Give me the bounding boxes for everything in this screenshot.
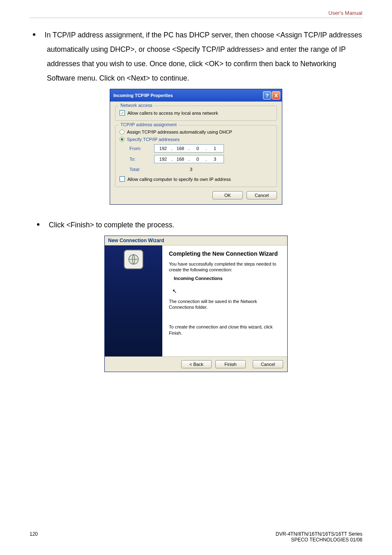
- ip-dot: .: [170, 146, 173, 151]
- back-button[interactable]: < Back: [181, 360, 212, 368]
- new-connection-wizard-dialog: New Connection Wizard Completing the New…: [104, 236, 288, 372]
- network-access-legend: Network access: [119, 103, 154, 108]
- assign-auto-label: Assign TCP/IP addresses automatically us…: [127, 130, 232, 134]
- total-value: 3: [189, 166, 258, 173]
- wizard-heading: Completing the New Connection Wizard: [169, 250, 281, 257]
- paragraph-2: Click <Finish> to complete the process.: [47, 218, 362, 232]
- finish-button[interactable]: Finish: [215, 360, 246, 368]
- wizard-cancel-button[interactable]: Cancel: [253, 360, 283, 368]
- allow-calling-label: Allow calling computer to specify its ow…: [127, 177, 231, 182]
- wizard-line2: The connection will be saved in the Netw…: [169, 298, 281, 310]
- tcpip-assignment-group: TCP/IP address assignment Assign TCP/IP …: [115, 125, 277, 187]
- tcpip-properties-dialog: Incoming TCP/IP Properties ? X Network a…: [110, 89, 282, 205]
- dialog-title: Incoming TCP/IP Properties: [113, 93, 173, 98]
- dialog-titlebar: Incoming TCP/IP Properties ? X: [110, 89, 282, 102]
- to-label: To:: [129, 157, 154, 162]
- ip-dot: .: [205, 157, 208, 162]
- from-oct2[interactable]: 168: [174, 146, 187, 151]
- help-button[interactable]: ?: [263, 91, 271, 99]
- footer-line1: DVR-4TN/8TN/16TN/16TS/16TT Series: [276, 531, 362, 537]
- to-ip-input[interactable]: 192 . 168 . 0 . 3: [154, 155, 224, 163]
- to-oct4[interactable]: 3: [209, 157, 221, 162]
- to-oct1[interactable]: 192: [157, 157, 169, 162]
- from-label: From:: [129, 146, 154, 151]
- cancel-button[interactable]: Cancel: [247, 191, 277, 199]
- globe-handshake-icon: [128, 254, 139, 265]
- from-oct4[interactable]: 1: [209, 146, 221, 151]
- wizard-icon: [124, 250, 143, 269]
- paragraph-1-text: In TCP/IP address assignment, if the PC …: [43, 31, 362, 82]
- ip-dot: .: [170, 157, 173, 162]
- bullet-icon: [37, 223, 39, 226]
- page-number: 120: [30, 531, 38, 543]
- ip-dot: .: [205, 146, 208, 151]
- wizard-titlebar: New Connection Wizard: [105, 236, 287, 245]
- checkbox-unchecked-icon: ✓: [120, 176, 125, 182]
- from-ip-input[interactable]: 192 . 168 . 0 . 1: [154, 144, 224, 153]
- from-oct3[interactable]: 0: [191, 146, 204, 151]
- allow-callers-checkbox[interactable]: ✓ Allow callers to access my local area …: [120, 110, 272, 116]
- to-oct2[interactable]: 168: [174, 157, 187, 162]
- network-access-group: Network access ✓ Allow callers to access…: [115, 106, 277, 121]
- ok-button[interactable]: OK: [212, 191, 243, 199]
- specify-radio[interactable]: Specify TCP/IP addresses: [120, 137, 272, 142]
- total-label: Total:: [129, 167, 154, 172]
- tcpip-assignment-legend: TCP/IP address assignment: [119, 122, 178, 127]
- paragraph-2-text: Click <Finish> to complete the process.: [47, 221, 174, 229]
- wizard-side-graphic: [105, 245, 162, 356]
- specify-label: Specify TCP/IP addresses: [127, 137, 180, 142]
- bullet-icon: [33, 33, 35, 36]
- wizard-line1: You have successfully completed the step…: [169, 261, 281, 273]
- from-oct1[interactable]: 192: [157, 146, 169, 151]
- radio-selected-icon: [120, 137, 125, 142]
- cursor-icon: ↖: [172, 288, 281, 294]
- close-button[interactable]: X: [272, 91, 280, 99]
- assign-auto-radio[interactable]: Assign TCP/IP addresses automatically us…: [120, 130, 272, 134]
- allow-callers-label: Allow callers to access my local area ne…: [127, 111, 218, 116]
- page-footer: 120 DVR-4TN/8TN/16TN/16TS/16TT Series SP…: [30, 531, 362, 543]
- to-oct3[interactable]: 0: [191, 157, 204, 162]
- ip-dot: .: [187, 157, 191, 162]
- header-manual: User's Manual: [30, 10, 362, 16]
- wizard-line3: To create the connection and close this …: [169, 324, 281, 336]
- allow-calling-checkbox[interactable]: ✓ Allow calling computer to specify its …: [120, 176, 272, 182]
- ip-dot: .: [187, 146, 191, 151]
- checkbox-checked-icon: ✓: [120, 110, 125, 116]
- footer-line2: SPECO TECHNOLOGIES 01/06: [276, 537, 362, 543]
- radio-unselected-icon: [120, 130, 125, 134]
- wizard-connection-name: Incoming Connections: [174, 275, 281, 281]
- paragraph-1: In TCP/IP address assignment, if the PC …: [47, 28, 362, 86]
- header-divider: [30, 18, 362, 18]
